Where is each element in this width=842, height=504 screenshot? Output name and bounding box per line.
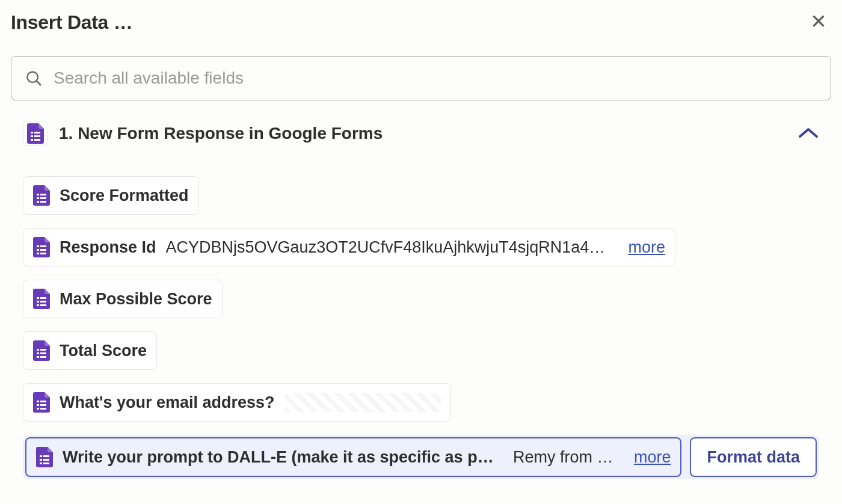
field-label: Write your prompt to DALL-E (make it as … [63,448,503,467]
svg-rect-34 [37,401,39,402]
svg-rect-39 [40,408,46,410]
modal-header: Insert Data … [11,11,831,34]
svg-rect-11 [40,194,46,195]
svg-rect-41 [43,455,49,457]
svg-rect-42 [40,459,42,461]
svg-rect-12 [37,197,39,199]
field-prompt-question[interactable]: Write your prompt to DALL-E (make it as … [25,437,681,477]
field-response-id[interactable]: Response Id ACYDBNjs5OVGauz3OT2UCfvF48Ik… [23,228,675,266]
insert-data-modal: Insert Data … 1. New Form Response in Go… [0,0,842,494]
svg-line-3 [37,81,40,85]
svg-rect-8 [31,139,33,141]
google-forms-icon [33,237,50,257]
svg-rect-44 [40,463,42,464]
svg-rect-9 [34,139,40,141]
svg-rect-28 [37,349,39,351]
redacted-value [284,393,441,412]
selected-field-row: Write your prompt to DALL-E (make it as … [23,435,819,479]
search-input[interactable] [54,69,817,88]
svg-rect-21 [40,253,46,254]
svg-rect-26 [37,304,39,306]
section-title: 1. New Form Response in Google Forms [59,124,383,143]
results-panel: 1. New Form Response in Google Forms Sco… [11,121,831,479]
svg-rect-25 [40,301,46,303]
svg-rect-23 [40,297,46,299]
more-link[interactable]: more [634,448,671,467]
svg-rect-24 [37,301,39,303]
svg-rect-15 [40,201,46,203]
close-button[interactable] [806,11,831,34]
svg-rect-35 [40,401,46,402]
svg-rect-29 [40,349,46,351]
google-forms-icon [33,185,50,206]
svg-rect-32 [37,356,39,358]
svg-rect-43 [43,459,49,461]
svg-rect-20 [37,253,39,254]
field-label: Max Possible Score [60,290,212,309]
svg-rect-4 [31,132,33,134]
field-label: Score Formatted [60,186,189,205]
svg-rect-27 [40,304,46,306]
google-forms-icon [33,289,50,309]
svg-rect-17 [40,245,46,247]
svg-rect-45 [43,463,49,464]
svg-rect-40 [40,455,42,457]
search-icon [25,69,43,87]
field-label: Total Score [60,342,147,360]
svg-rect-31 [40,352,46,354]
field-email-question[interactable]: What's your email address? [23,383,451,422]
svg-rect-13 [40,197,46,199]
svg-rect-14 [37,201,39,203]
svg-rect-30 [37,352,39,354]
more-link[interactable]: more [628,238,665,257]
field-value: Remy from th… [513,448,617,467]
svg-rect-36 [37,404,39,406]
svg-rect-18 [37,249,39,251]
svg-rect-37 [40,404,46,406]
svg-rect-5 [34,132,40,134]
field-total-score[interactable]: Total Score [23,331,157,370]
field-label: Response Id [60,238,156,257]
search-field[interactable] [11,56,831,100]
svg-rect-22 [37,297,39,299]
google-forms-icon [33,392,50,413]
svg-rect-33 [40,356,46,358]
svg-rect-10 [37,194,39,195]
modal-title: Insert Data … [11,11,132,34]
svg-rect-19 [40,249,46,251]
field-value: ACYDBNjs5OVGauz3OT2UCfvF48IkuAjhkwjuT4sj… [166,238,612,257]
close-icon [811,13,826,29]
google-forms-icon [36,447,53,467]
section-header[interactable]: 1. New Form Response in Google Forms [23,121,819,146]
svg-rect-38 [37,408,39,410]
field-max-possible-score[interactable]: Max Possible Score [23,280,223,318]
format-data-button[interactable]: Format data [690,437,817,477]
field-score-formatted[interactable]: Score Formatted [23,176,199,215]
svg-rect-7 [34,135,40,137]
svg-rect-6 [31,135,33,137]
chevron-up-icon[interactable] [797,123,819,145]
field-label: What's your email address? [60,393,275,412]
google-forms-icon [23,121,48,146]
google-forms-icon [33,340,50,361]
svg-rect-16 [37,245,39,247]
